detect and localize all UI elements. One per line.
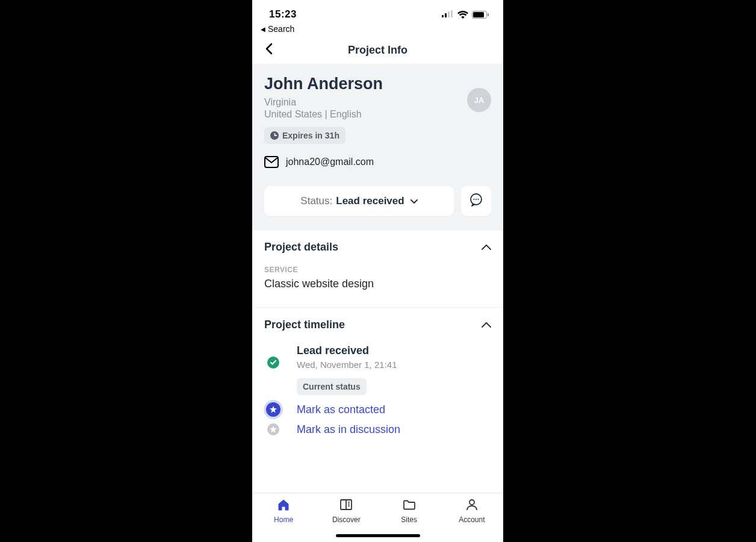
back-triangle-icon: ◀ [261,26,265,33]
person-icon [465,498,479,513]
clock-icon [270,131,279,140]
folder-icon [403,498,416,513]
svg-rect-2 [448,11,450,17]
chevron-down-icon [411,197,418,206]
chat-icon [469,193,483,210]
project-timeline-title: Project timeline [264,319,345,331]
chevron-up-icon [482,320,491,331]
service-label: SERVICE [264,266,491,274]
status-time: 15:23 [269,8,297,20]
svg-rect-1 [445,13,447,17]
timeline-item: Mark as contacted [264,402,491,423]
project-timeline-section: Project timeline [252,307,503,443]
status-bar: 15:23 [252,0,503,24]
project-details-section: Project details SERVICE Classic website … [252,229,503,307]
avatar-initials: JA [474,96,485,105]
status-dropdown[interactable]: Status: Lead received [264,186,454,216]
battery-icon [472,11,489,19]
email-row[interactable]: johna20@gmail.com [264,156,491,168]
current-status-badge: Current status [297,378,367,395]
home-indicator[interactable] [336,534,420,537]
tab-label: Discover [332,516,361,524]
status-value: Lead received [336,195,404,207]
chevron-up-icon [482,242,491,253]
svg-rect-0 [442,15,444,17]
back-to-search[interactable]: ◀ Search [252,24,503,36]
timeline-item: Mark as in discussion [264,423,491,443]
service-value: Classic website design [264,278,491,290]
mail-icon [264,156,279,168]
tab-label: Account [459,516,485,524]
wifi-icon [457,11,468,19]
client-name: John Anderson [264,75,383,93]
home-icon [277,498,290,513]
mark-as-in-discussion-link[interactable]: Mark as in discussion [297,423,491,436]
client-region: Virginia [264,97,383,108]
svg-rect-3 [451,10,453,17]
cellular-icon [442,9,454,20]
back-search-label: Search [268,24,294,34]
tab-account[interactable]: Account [441,498,503,542]
timeline-item-title: Lead received [297,344,491,357]
phone-frame: 15:23 ◀ Search Project Inf [252,0,503,542]
expiry-text: Expires in 31h [282,131,339,140]
mark-as-contacted-link[interactable]: Mark as contacted [297,403,491,416]
nav-header: Project Info [252,36,503,64]
project-timeline-header[interactable]: Project timeline [264,319,491,331]
project-details-title: Project details [264,241,338,254]
tab-home[interactable]: Home [252,498,315,542]
svg-point-17 [469,500,474,505]
star-icon [267,423,279,435]
timeline-item-date: Wed, November 1, 21:41 [297,360,491,370]
status-label: Status: [300,195,332,207]
chat-button[interactable] [461,186,491,216]
expiry-badge: Expires in 31h [264,127,345,144]
svg-rect-6 [488,13,489,16]
profile-section: John Anderson Virginia United States | E… [252,64,503,229]
check-icon [267,357,279,369]
avatar[interactable]: JA [467,88,491,112]
star-icon [266,402,280,417]
book-icon [339,498,353,513]
svg-point-11 [478,199,479,200]
page-title: Project Info [252,44,503,57]
timeline-item: Lead received Wed, November 1, 21:41 Cur… [264,344,491,402]
svg-point-10 [476,199,477,200]
project-details-header[interactable]: Project details [264,241,491,254]
email-address: johna20@gmail.com [286,157,374,167]
tab-label: Home [274,516,293,524]
svg-rect-5 [473,12,484,17]
svg-point-9 [474,199,475,200]
tab-label: Sites [401,516,417,524]
client-country-language: United States | English [264,109,383,120]
